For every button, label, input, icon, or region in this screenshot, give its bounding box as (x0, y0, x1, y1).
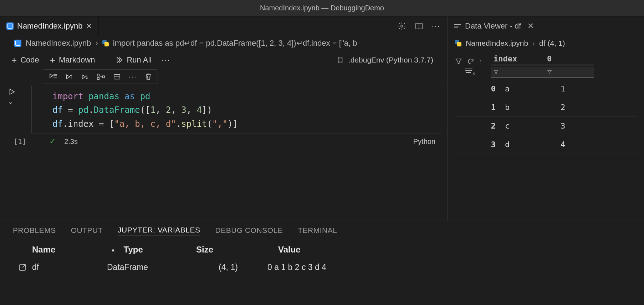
close-icon[interactable]: ✕ (527, 21, 534, 31)
cell-language[interactable]: Python (413, 138, 435, 146)
cell-toolbar: ··· (43, 69, 158, 84)
table-row[interactable]: 1 b 2 (455, 98, 637, 117)
filter-input-index[interactable] (491, 67, 544, 78)
tab-actions: ··· (398, 21, 448, 31)
plus-icon: + (50, 55, 55, 66)
svg-rect-17 (103, 76, 105, 78)
more-icon[interactable]: ··· (162, 55, 170, 65)
add-code-cell-button[interactable]: + Code (8, 55, 43, 66)
tab-namedindex[interactable]: NamedIndex.ipynb ✕ (0, 16, 99, 36)
data-viewer-header: ↑ index 0 (448, 51, 644, 80)
table-row[interactable]: 2 c 3 (455, 117, 637, 135)
chevron-down-icon[interactable]: ⌄ (8, 98, 13, 106)
run-above-icon[interactable] (65, 73, 73, 81)
plus-icon: + (11, 55, 17, 66)
data-viewer-pane: Data Viewer - df ✕ NamedIndex.ipynb › df… (448, 16, 644, 220)
chevron-right-icon: › (95, 39, 98, 48)
svg-rect-14 (97, 74, 99, 76)
run-all-icon (115, 56, 123, 64)
tab-jupyter-variables[interactable]: JUPYTER: VARIABLES (118, 226, 200, 235)
breadcrumb[interactable]: NamedIndex.ipynb › import pandas as pd↵d… (0, 36, 448, 51)
variable-row[interactable]: df DataFrame (4, 1) 0 a 1 b 2 c 3 d 4 (0, 259, 644, 276)
window-title: NamedIndex.ipynb — DebuggingDemo (260, 4, 384, 12)
svg-marker-13 (82, 75, 86, 79)
split-editor-icon[interactable] (415, 22, 423, 30)
table-row[interactable]: 0 a 1 (455, 80, 637, 98)
notebook-icon (6, 22, 14, 30)
editor-tabs: NamedIndex.ipynb ✕ ··· (0, 16, 448, 36)
arrow-up-icon[interactable]: ↑ (479, 58, 482, 65)
col-type[interactable]: ▲ Type (111, 245, 193, 255)
panel-tabs: PROBLEMS OUTPUT JUPYTER: VARIABLES DEBUG… (0, 220, 644, 240)
execution-count: [1] (14, 137, 26, 146)
breadcrumb-symbol[interactable]: import pandas as pd↵df = pd.DataFrame([1… (113, 39, 357, 48)
svg-marker-8 (50, 74, 53, 78)
kernel-picker[interactable]: .debugEnv (Python 3.7.7) (336, 56, 440, 64)
tab-data-viewer[interactable]: Data Viewer - df ✕ (448, 16, 540, 36)
cell-toolbar-container: ··· (0, 69, 448, 86)
variables-header: Name ▲ Type Size Value (0, 240, 644, 259)
svg-rect-5 (338, 57, 342, 63)
filter-input-c0[interactable] (544, 67, 594, 78)
run-by-line-icon[interactable] (49, 73, 57, 81)
run-cell-button[interactable] (8, 88, 16, 96)
data-viewer-breadcrumb[interactable]: NamedIndex.ipynb › df (4, 1) (448, 36, 644, 51)
data-grid[interactable]: 0 a 1 1 b 2 2 c 3 3 d 4 (448, 80, 644, 154)
clear-filters-icon[interactable] (465, 69, 472, 73)
tab-terminal[interactable]: TERMINAL (298, 226, 337, 235)
insert-cell-icon[interactable] (97, 73, 105, 81)
code-cell: ⌄ import pandas as pd df = pd.DataFrame(… (0, 86, 448, 134)
args: ( (140, 105, 145, 115)
gear-icon[interactable] (398, 22, 406, 30)
tab-label: NamedIndex.ipynb (17, 21, 82, 31)
window-titlebar: NamedIndex.ipynb — DebuggingDemo (0, 0, 644, 16)
add-markdown-cell-button[interactable]: + Markdown (46, 55, 99, 66)
var-type: DataFrame (107, 262, 189, 272)
filter-icon[interactable] (455, 58, 462, 65)
python-icon (455, 40, 461, 46)
cell-gutter: ⌄ (8, 86, 31, 134)
editor-pane: NamedIndex.ipynb ✕ ··· NamedIndex.ipynb … (0, 16, 448, 220)
run-all-button[interactable]: Run All (112, 55, 155, 65)
run-below-icon[interactable] (81, 73, 89, 81)
tab-output[interactable]: OUTPUT (71, 226, 103, 235)
data-viewer-tabs: Data Viewer - df ✕ (448, 16, 644, 36)
svg-rect-15 (97, 77, 99, 79)
breadcrumb-file[interactable]: NamedIndex.ipynb (26, 39, 91, 48)
notebook-icon (14, 40, 21, 47)
filter-icon (494, 70, 499, 75)
tab-debug-console[interactable]: DEBUG CONSOLE (215, 226, 283, 235)
delete-cell-icon[interactable] (145, 73, 152, 81)
split-cell-icon[interactable] (113, 73, 121, 80)
svg-marker-12 (67, 75, 70, 79)
notebook-toolbar: + Code + Markdown Run All ··· .debugEnv … (0, 51, 448, 69)
check-icon: ✓ (49, 137, 56, 146)
more-icon[interactable]: ··· (432, 21, 440, 31)
list-icon (454, 24, 461, 28)
python-icon (102, 40, 109, 46)
col-name[interactable]: Name (32, 245, 107, 255)
cell-status: [1] ✓ 2.3s Python (0, 134, 448, 149)
bottom-panel: PROBLEMS OUTPUT JUPYTER: VARIABLES DEBUG… (0, 220, 644, 305)
server-icon (336, 56, 344, 64)
close-icon[interactable]: ✕ (86, 22, 92, 30)
open-data-viewer-icon[interactable] (13, 263, 32, 272)
column-header-0[interactable]: 0 (544, 53, 594, 65)
column-header-index[interactable]: index (491, 53, 544, 65)
filter-icon (547, 70, 552, 75)
code-editor[interactable]: import pandas as pd df = pd.DataFrame([1… (31, 86, 441, 134)
tab-problems[interactable]: PROBLEMS (13, 226, 56, 235)
kernel-label: .debugEnv (Python 3.7.7) (348, 56, 433, 64)
table-row[interactable]: 3 d 4 (455, 135, 637, 154)
refresh-icon[interactable] (467, 58, 474, 65)
sort-asc-icon: ▲ (111, 247, 116, 252)
var-size: (4, 1) (189, 262, 267, 272)
execution-duration: 2.3s (64, 138, 78, 146)
col-value[interactable]: Value (278, 245, 301, 255)
svg-marker-20 (10, 89, 15, 95)
more-icon[interactable]: ··· (129, 72, 137, 81)
var-name: df (32, 262, 107, 272)
col-size[interactable]: Size (196, 245, 275, 255)
svg-point-0 (401, 25, 403, 27)
divider (105, 55, 105, 65)
